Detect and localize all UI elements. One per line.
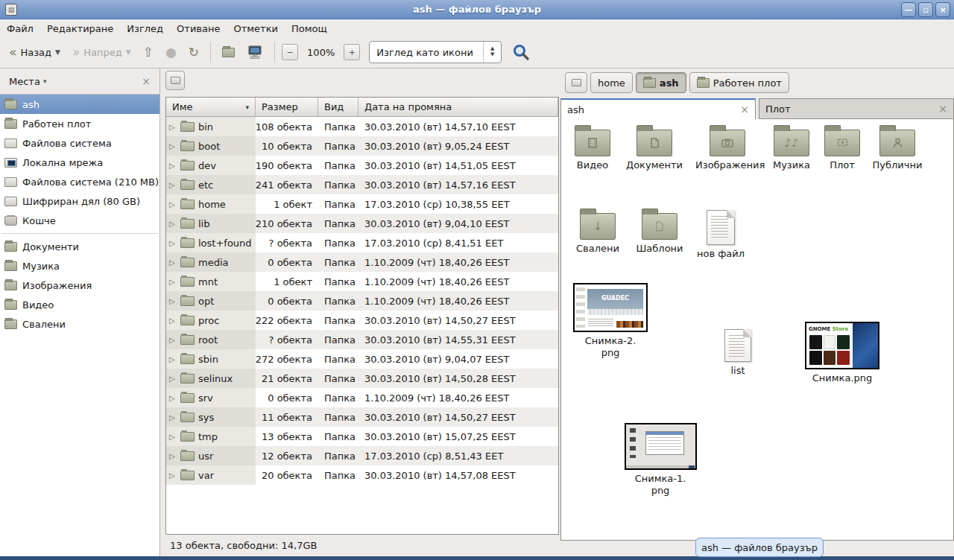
path-current-button[interactable]: ash [636, 72, 686, 93]
view-mode-spinner-icon[interactable]: ▲▼ [483, 42, 501, 63]
maximize-button[interactable]: ▫ [918, 2, 933, 17]
reload-button[interactable]: ↻ [184, 43, 203, 62]
expander-icon[interactable]: ▷ [169, 375, 177, 383]
sidebar-item[interactable]: ash [0, 95, 159, 114]
table-row[interactable]: ▷ home 1 обект Папка 17.03.2010 (ср) 10,… [166, 194, 558, 214]
home-button[interactable] [218, 45, 239, 60]
column-header-date[interactable]: Дата на промяна [358, 98, 558, 117]
expander-icon[interactable]: ▷ [169, 278, 177, 286]
table-row[interactable]: ▷ proc 222 обекта Папка 30.03.2010 (вт) … [166, 311, 558, 330]
expander-icon[interactable]: ▷ [169, 200, 177, 209]
expander-icon[interactable]: ▷ [169, 123, 177, 131]
folder-desktop[interactable]: Плот [821, 130, 864, 171]
folder-templates[interactable]: Шаблони [633, 213, 686, 255]
table-row[interactable]: ▷ selinux 21 обекта Папка 30.03.2010 (вт… [166, 369, 558, 388]
view-mode-select[interactable]: Изглед като икони ▲▼ [369, 41, 502, 63]
table-row[interactable]: ▷ dev 190 обекта Папка 30.03.2010 (вт) 1… [166, 156, 558, 175]
sidebar-item[interactable]: Локална мрежа [0, 153, 159, 172]
chevron-down-icon[interactable]: ▾ [43, 77, 139, 85]
sidebar-item[interactable]: Файлова система [0, 133, 159, 153]
folder-documents[interactable]: Документи [624, 130, 685, 171]
back-button[interactable]: « Назад ▼ [4, 43, 65, 62]
sidebar-item[interactable]: Документи [0, 237, 159, 256]
table-row[interactable]: ▷ etc 241 обекта Папка 30.03.2010 (вт) 1… [166, 175, 558, 194]
file-list[interactable]: list [713, 329, 762, 377]
sidebar-item[interactable]: Кошче [0, 211, 159, 230]
folder-public[interactable]: Публични [870, 130, 925, 171]
table-row[interactable]: ▷ tmp 13 обекта Папка 30.03.2010 (вт) 15… [166, 427, 558, 446]
expander-icon[interactable]: ▷ [169, 181, 177, 189]
table-row[interactable]: ▷ boot 10 обекта Папка 30.03.2010 (вт) 9… [166, 136, 558, 156]
zoom-out-button[interactable]: − [282, 44, 298, 60]
folder-pictures[interactable]: Изображения [695, 130, 759, 171]
sidebar-close-icon[interactable]: × [139, 75, 154, 87]
sidebar-item[interactable]: Работен плот [0, 114, 159, 133]
expander-icon[interactable]: ▷ [169, 413, 177, 421]
file-snimka2[interactable]: GUADEC Снимка-2. png [573, 283, 648, 360]
column-header-size[interactable]: Размер [256, 98, 318, 117]
expander-icon[interactable]: ▷ [169, 471, 177, 480]
menu-edit[interactable]: Редактиране [40, 22, 120, 36]
column-header-type[interactable]: Вид [318, 98, 358, 117]
sidebar-item[interactable]: Свалени [0, 314, 159, 334]
close-button[interactable]: × [935, 2, 950, 17]
table-row[interactable]: ▷ bin 108 обекта Папка 30.03.2010 (вт) 1… [166, 117, 558, 136]
tab-close-icon[interactable]: × [740, 104, 749, 115]
folder-music[interactable]: ♪♪ Музика [767, 130, 816, 171]
expander-icon[interactable]: ▷ [169, 239, 177, 247]
file-snimka1[interactable]: Снимка-1. png [623, 423, 698, 497]
sidebar-title[interactable]: Места [6, 76, 40, 87]
column-header-name[interactable]: Име▾ [166, 98, 256, 117]
sidebar-item[interactable]: Файлова система (210 MB) [0, 172, 159, 191]
expander-icon[interactable]: ▷ [169, 355, 177, 363]
menu-go[interactable]: Отиване [170, 22, 227, 36]
tab-close-icon[interactable]: × [938, 103, 947, 115]
computer-button[interactable] [242, 42, 268, 63]
forward-button[interactable]: » Напред ▼ [68, 43, 136, 62]
expander-icon[interactable]: ▷ [169, 220, 177, 228]
tab-ash[interactable]: ash × [560, 98, 756, 119]
path-home-button[interactable]: home [590, 72, 633, 93]
search-icon[interactable] [512, 43, 530, 61]
back-dropdown-icon[interactable]: ▼ [55, 48, 60, 56]
zoom-in-button[interactable]: + [344, 44, 360, 60]
menu-file[interactable]: Файл [0, 22, 40, 36]
sidebar-item[interactable]: Видео [0, 295, 159, 314]
minimize-button[interactable]: — [901, 2, 916, 17]
menu-bookmarks[interactable]: Отметки [227, 22, 284, 36]
file-snimka[interactable]: GNOME Store Снимка.png [804, 322, 880, 384]
stop-button[interactable]: ● [161, 43, 181, 62]
table-row[interactable]: ▷ mnt 1 обект Папка 1.10.2009 (чт) 18,40… [166, 272, 558, 291]
table-row[interactable]: ▷ usr 12 обекта Папка 17.03.2010 (ср) 8,… [166, 446, 558, 465]
expander-icon[interactable]: ▷ [169, 394, 177, 402]
table-row[interactable]: ▷ var 20 обекта Папка 30.03.2010 (вт) 14… [166, 465, 558, 485]
table-row[interactable]: ▷ root ? обекта Папка 30.03.2010 (вт) 14… [166, 330, 558, 349]
sidebar-item[interactable]: Шифриран дял (80 GB) [0, 191, 159, 211]
menu-help[interactable]: Помощ [285, 22, 334, 36]
menu-view[interactable]: Изглед [120, 22, 170, 36]
expander-icon[interactable]: ▷ [169, 258, 177, 267]
expander-icon[interactable]: ▷ [169, 297, 177, 305]
table-row[interactable]: ▷ srv 0 обекта Папка 1.10.2009 (чт) 18,4… [166, 388, 558, 407]
expander-icon[interactable]: ▷ [169, 142, 177, 150]
file-new-file[interactable]: нов файл [694, 210, 748, 260]
table-row[interactable]: ▷ sys 11 обекта Папка 30.03.2010 (вт) 14… [166, 407, 558, 427]
table-row[interactable]: ▷ lib 210 обекта Папка 30.03.2010 (вт) 9… [166, 214, 558, 233]
sidebar-item[interactable]: Музика [0, 256, 159, 276]
up-button[interactable]: ⇧ [139, 43, 158, 62]
sidebar-item[interactable]: Изображения [0, 276, 159, 295]
expander-icon[interactable]: ▷ [169, 336, 177, 344]
table-row[interactable]: ▷ lost+found ? обекта Папка 17.03.2010 (… [166, 233, 558, 252]
table-row[interactable]: ▷ media 0 обекта Папка 1.10.2009 (чт) 18… [166, 252, 558, 272]
expander-icon[interactable]: ▷ [169, 316, 177, 325]
expander-icon[interactable]: ▷ [169, 452, 177, 460]
path-root-button[interactable] [565, 72, 587, 93]
expander-icon[interactable]: ▷ [169, 433, 177, 441]
folder-video[interactable]: Видео [567, 130, 618, 171]
root-drive-button[interactable] [165, 71, 185, 90]
folder-downloads[interactable]: ↓ Свалени [572, 213, 624, 255]
table-row[interactable]: ▷ sbin 272 обекта Папка 30.03.2010 (вт) … [166, 349, 558, 369]
expander-icon[interactable]: ▷ [169, 162, 177, 170]
path-desktop-button[interactable]: Работен плот [689, 72, 789, 93]
table-row[interactable]: ▷ opt 0 обекта Папка 1.10.2009 (чт) 18,4… [166, 291, 558, 311]
